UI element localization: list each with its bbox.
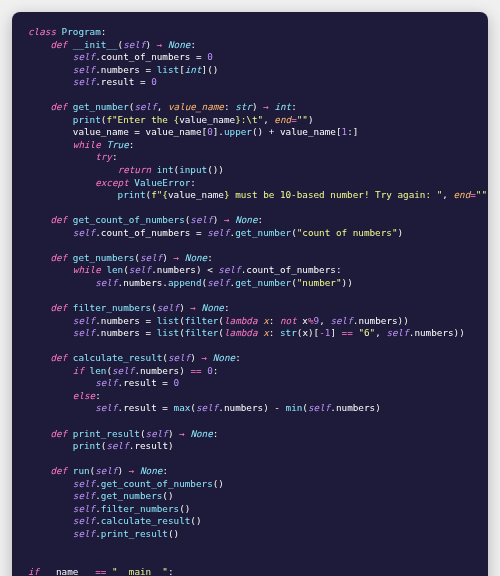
code-block[interactable]: class Program: def __init__(self) → None… [28, 26, 472, 576]
code-token: self [73, 227, 95, 238]
code-token: None [202, 302, 224, 313]
code-token: self [123, 39, 145, 50]
code-token: count_of_numbers [101, 227, 191, 238]
code-token: end [453, 189, 470, 200]
code-token: self [95, 377, 117, 388]
code-token: self [73, 327, 95, 338]
code-token: len [106, 264, 123, 275]
code-token: print [73, 440, 101, 451]
code-token: value_name [280, 126, 336, 137]
code-token: value_name [179, 114, 235, 125]
code-token: def [50, 101, 72, 112]
code-token: numbers [224, 402, 263, 413]
code-token: __name__ [45, 566, 90, 576]
code-token: : [269, 327, 280, 338]
code-token: }:\t" [235, 114, 263, 125]
code-token: self [330, 315, 352, 326]
code-token: : [190, 177, 196, 188]
code-token: self [386, 327, 408, 338]
code-token [28, 377, 95, 388]
code-token: value_name [168, 101, 224, 112]
code-token: : [213, 365, 219, 376]
code-token: def [50, 465, 72, 476]
code-token: numbers [101, 64, 140, 75]
code-token: get_number [73, 101, 129, 112]
code-token: self [196, 402, 218, 413]
code-token: self [112, 365, 134, 376]
code-token: "__main__" [112, 566, 168, 576]
code-token: self [73, 315, 95, 326]
code-token: : [101, 26, 107, 37]
code-token: __init__ [73, 39, 118, 50]
code-token: self [73, 51, 95, 62]
code-token: : [207, 252, 213, 263]
code-token: print [118, 189, 146, 200]
code-token [28, 365, 73, 376]
code-token [28, 139, 73, 150]
code-token: str [280, 327, 297, 338]
code-token: ) [168, 440, 174, 451]
code-token: None [185, 252, 207, 263]
code-token: numbers [157, 264, 196, 275]
code-token: 0 [151, 76, 157, 87]
code-token: 0 [207, 51, 213, 62]
code-token: return [118, 164, 157, 175]
code-token: : [235, 352, 241, 363]
code-token: ()) [207, 164, 224, 175]
code-token: input [179, 164, 207, 175]
code-token [28, 189, 118, 200]
code-token: numbers [358, 315, 397, 326]
code-token: == [190, 365, 201, 376]
code-token [28, 64, 73, 75]
code-token: self [207, 227, 229, 238]
code-token: : [258, 214, 264, 225]
code-token: None [140, 465, 162, 476]
code-token [28, 76, 73, 87]
code-token: == [342, 327, 353, 338]
code-token: len [90, 365, 107, 376]
code-token [28, 390, 73, 401]
code-token [28, 528, 73, 539]
code-token: : [213, 428, 219, 439]
code-token: except [95, 177, 134, 188]
code-token: numbers [414, 327, 453, 338]
code-token: self [129, 264, 151, 275]
code-token: )) [342, 277, 353, 288]
code-token: print_result [101, 528, 168, 539]
code-token: () [162, 490, 173, 501]
code-token: ) [308, 114, 314, 125]
code-token: upper [224, 126, 252, 137]
code-token: self [95, 465, 117, 476]
code-token: result [123, 377, 157, 388]
code-token [28, 465, 50, 476]
code-token [28, 177, 95, 188]
code-token: self [140, 252, 162, 263]
code-token [28, 478, 73, 489]
code-token: filter_numbers [73, 302, 151, 313]
code-token: self [190, 214, 212, 225]
code-token: , [442, 189, 453, 200]
code-token: print [73, 114, 101, 125]
code-token: append [168, 277, 202, 288]
code-token: : [112, 151, 118, 162]
code-token [28, 515, 73, 526]
code-token: def [50, 214, 72, 225]
code-token: "number" [297, 277, 342, 288]
code-token: = [140, 315, 157, 326]
code-token: "6" [358, 327, 375, 338]
code-token: if [28, 566, 45, 576]
code-token: lambda [224, 327, 263, 338]
code-token: )[ [308, 327, 319, 338]
code-token: int [157, 164, 174, 175]
code-token: count_of_numbers [246, 264, 336, 275]
code-token: not [280, 315, 302, 326]
code-token: "" [476, 189, 487, 200]
code-token: ) [487, 189, 488, 200]
code-token: : [95, 390, 101, 401]
code-token [28, 302, 50, 313]
code-token [28, 503, 73, 514]
code-token: } must be 10-based number! Try again: " [224, 189, 442, 200]
code-token: self [73, 503, 95, 514]
code-token: = [190, 51, 207, 62]
code-token: def [50, 302, 72, 313]
